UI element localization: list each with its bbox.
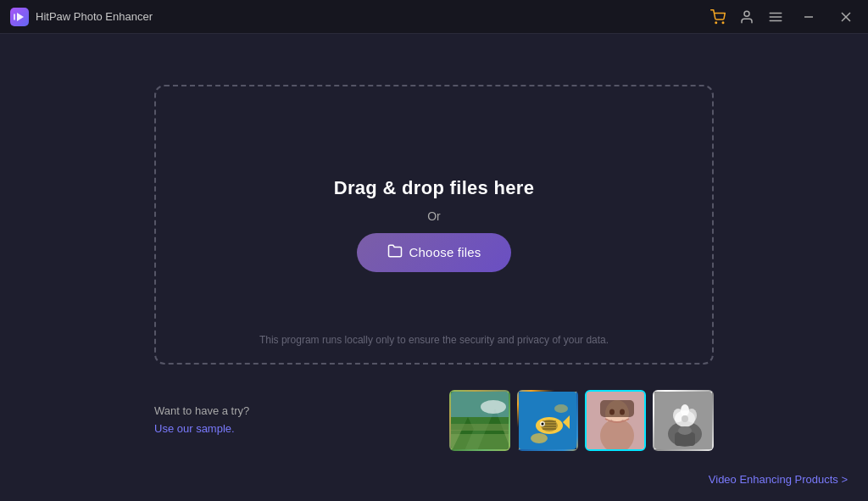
svg-point-51 bbox=[678, 426, 692, 435]
or-label: Or bbox=[427, 209, 441, 223]
svg-point-48 bbox=[681, 404, 689, 416]
svg-point-49 bbox=[682, 415, 688, 422]
svg-point-31 bbox=[542, 422, 544, 425]
sample-section: Want to have a try? Use our sample. bbox=[154, 390, 714, 451]
svg-point-18 bbox=[481, 400, 506, 414]
menu-icon[interactable] bbox=[768, 9, 783, 25]
user-icon[interactable] bbox=[739, 9, 754, 25]
sample-image-portrait[interactable] bbox=[585, 390, 646, 451]
svg-point-5 bbox=[744, 11, 749, 16]
video-enhancing-link[interactable]: Video Enhancing Products > bbox=[709, 473, 848, 486]
sample-line2: Use our sample. bbox=[154, 420, 249, 438]
drop-zone[interactable]: Drag & drop files here Or Choose files T… bbox=[154, 85, 714, 365]
sample-image-fish[interactable] bbox=[517, 390, 578, 451]
app-logo bbox=[10, 8, 29, 26]
title-bar-left: HitPaw Photo Enhancer bbox=[10, 8, 153, 26]
title-bar-controls bbox=[710, 5, 858, 29]
sample-image-landscape[interactable] bbox=[449, 390, 510, 451]
main-content: Drag & drop files here Or Choose files T… bbox=[0, 34, 868, 501]
svg-point-4 bbox=[722, 22, 724, 24]
close-button[interactable] bbox=[834, 5, 858, 29]
sample-images-row bbox=[449, 390, 714, 451]
choose-files-button[interactable]: Choose files bbox=[357, 233, 512, 272]
use-our-sample-link[interactable]: Use our sample. bbox=[154, 422, 235, 435]
minimize-button[interactable] bbox=[797, 5, 821, 29]
svg-rect-19 bbox=[451, 434, 510, 451]
choose-files-label: Choose files bbox=[409, 245, 481, 259]
svg-point-3 bbox=[715, 22, 717, 24]
svg-point-33 bbox=[554, 404, 568, 413]
drag-drop-title: Drag & drop files here bbox=[334, 177, 534, 199]
svg-point-32 bbox=[531, 433, 548, 443]
folder-icon bbox=[387, 243, 403, 262]
app-title: HitPaw Photo Enhancer bbox=[36, 10, 153, 23]
sample-line1: Want to have a try? bbox=[154, 403, 249, 420]
sample-image-flowers[interactable] bbox=[653, 390, 714, 451]
svg-rect-20 bbox=[451, 424, 510, 431]
sample-prompt: Want to have a try? Use our sample. bbox=[154, 403, 249, 438]
cart-icon[interactable] bbox=[710, 9, 726, 25]
svg-rect-41 bbox=[600, 400, 634, 417]
title-bar: HitPaw Photo Enhancer bbox=[0, 0, 868, 34]
security-note: This program runs locally only to ensure… bbox=[259, 334, 609, 346]
